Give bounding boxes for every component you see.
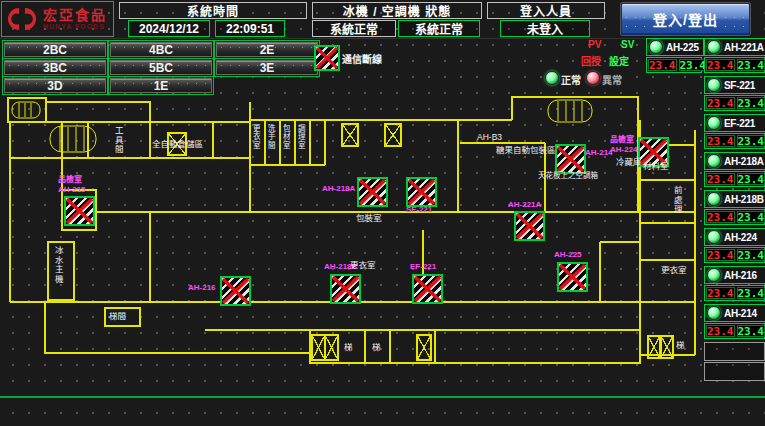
brand-logo-icon: [5, 4, 39, 34]
unit-sv-value: 23.4: [737, 249, 765, 261]
nav-bar: 空調系統 空調箱系統 參數設定 儀表監視 密碼權限 異常警報: [0, 398, 765, 426]
room-label: 冷藏庫: [616, 158, 642, 167]
room-label: 調理室: [296, 124, 304, 150]
room-label: 包裝室: [356, 214, 382, 223]
unit-pv-value: 23.4: [706, 325, 735, 337]
room-label: 更衣室: [350, 261, 376, 270]
room-label: 工具間: [113, 126, 122, 155]
floor-button-2bc[interactable]: 2BC: [4, 42, 106, 57]
unit-row-ah-218b[interactable]: AH-218B: [704, 190, 765, 208]
unit-led-icon: [707, 154, 721, 168]
brand-subname: HUNYA FOODS: [43, 23, 107, 30]
unit-sv-value: 23.4: [737, 135, 765, 147]
unit-values-ah-225: 23.423.4: [646, 57, 702, 73]
unit-led-icon: [707, 78, 721, 92]
floor-button-3bc[interactable]: 3BC: [4, 60, 106, 75]
marker-label: AH-216: [188, 284, 216, 293]
normal-led-icon: [545, 71, 559, 85]
unit-marker-sf-221[interactable]: [406, 177, 437, 207]
unit-pv-value: 23.4: [706, 135, 735, 147]
comm-offline-label: 通信斷線: [342, 51, 382, 66]
room-label: 更衣室: [661, 266, 687, 275]
brand-name: 宏亞食品: [43, 8, 107, 23]
unit-sv-value: 23.4: [737, 325, 765, 337]
login-logout-button[interactable]: 登入/登出: [621, 3, 750, 35]
unit-name: AH-221A: [724, 42, 764, 53]
unit-sv-value: 23.4: [737, 59, 765, 71]
room-label: AH-B3: [477, 133, 502, 142]
floor-button-3e[interactable]: 3E: [216, 60, 318, 75]
unit-row-ah-216[interactable]: AH-216: [704, 266, 765, 284]
marker-label: AH-225: [554, 251, 582, 260]
system-time-value: 22:09:51: [215, 20, 285, 37]
unit-row-sf-221[interactable]: SF-221: [704, 76, 765, 94]
marker-label: AH-224: [610, 146, 638, 155]
unit-pv-value: 23.4: [706, 97, 735, 109]
unit-marker-ah-218a[interactable]: [357, 177, 388, 207]
unit-marker-ah-218b[interactable]: [330, 274, 361, 304]
elevator-icons: [168, 124, 673, 360]
marker-label: AH-221A: [508, 201, 541, 210]
unit-row-ah-225[interactable]: AH-225: [646, 38, 704, 56]
unit-pv-value: 23.4: [706, 211, 735, 223]
room-label: 梯: [676, 341, 685, 350]
room-label: 更衣室: [251, 124, 259, 150]
unit-name: AH-218A: [724, 156, 764, 167]
chiller-ahu-status-title: 冰機 / 空調機 狀態: [312, 2, 482, 19]
room-label: 天花板上之空調箱: [538, 172, 598, 180]
unit-row-ah-214[interactable]: AH-214: [704, 304, 765, 322]
room-label: 包材室: [281, 124, 289, 150]
unit-led-icon: [649, 40, 663, 54]
marker-room-label: 品檢室: [58, 176, 82, 185]
unit-marker-ah-214[interactable]: [555, 144, 586, 174]
unit-row-ah-218a[interactable]: AH-218A: [704, 152, 765, 170]
unit-marker-ah-215[interactable]: [64, 196, 95, 226]
unit-sv-value: 23.4: [737, 173, 765, 185]
unit-sv-value: 23.4: [737, 287, 765, 299]
empty-slot: [704, 362, 765, 381]
floor-button-5bc[interactable]: 5BC: [110, 60, 212, 75]
unit-row-ah-221a[interactable]: AH-221A: [704, 38, 765, 56]
header: 宏亞食品 HUNYA FOODS 系統時間 2024/12/12 22:09:5…: [0, 0, 765, 39]
unit-sv-value: 23.4: [737, 211, 765, 223]
marker-label: SF-221: [406, 206, 432, 215]
unit-pv-value: 23.4: [706, 173, 735, 185]
unit-marker-ah-216[interactable]: [220, 276, 251, 306]
abnormal-led-icon: [586, 71, 600, 85]
unit-name: AH-216: [724, 270, 757, 281]
unit-marker-ah-225[interactable]: [557, 262, 588, 292]
system-time-title: 系統時間: [119, 2, 307, 19]
unit-marker-ef-221[interactable]: [412, 274, 443, 304]
floor-button-4bc[interactable]: 4BC: [110, 42, 212, 57]
room-label: 梯: [344, 343, 353, 352]
unit-row-ef-221[interactable]: EF-221: [704, 114, 765, 132]
unit-sv-value: 23.4: [737, 97, 765, 109]
unit-row-ah-224[interactable]: AH-224: [704, 228, 765, 246]
room-label: 糖果自動包裝區: [496, 146, 556, 155]
unit-led-icon: [707, 40, 721, 54]
normal-label: 正常: [561, 72, 581, 87]
room-label: 冰水主機: [53, 246, 62, 284]
abnormal-label: 異常: [602, 72, 622, 87]
unit-pv-value: 23.4: [706, 287, 735, 299]
room-label: 前處理: [672, 186, 681, 215]
unit-led-icon: [707, 230, 721, 244]
room-label: 梯間: [109, 312, 126, 321]
empty-slot: [704, 342, 765, 361]
room-label: 全自動倉儲區: [152, 140, 208, 149]
unit-pv-value: 23.4: [706, 249, 735, 261]
unit-name: AH-225: [666, 42, 699, 53]
comm-offline-icon: [314, 45, 340, 71]
unit-name: AH-214: [724, 308, 757, 319]
unit-sv-value: 23.4: [679, 59, 708, 71]
unit-name: AH-224: [724, 232, 757, 243]
marker-label: EF-221: [410, 263, 436, 272]
chiller-status-value: 系統正常: [312, 20, 396, 37]
marker-label: AH-218A: [322, 185, 355, 194]
unit-marker-ah-221a[interactable]: [514, 211, 545, 241]
floor-button-2e[interactable]: 2E: [216, 42, 318, 57]
unit-name: SF-221: [724, 80, 755, 91]
room-label: 材料室: [643, 162, 669, 171]
login-status-value: 未登入: [500, 20, 590, 37]
unit-pv-value: 23.4: [706, 59, 735, 71]
